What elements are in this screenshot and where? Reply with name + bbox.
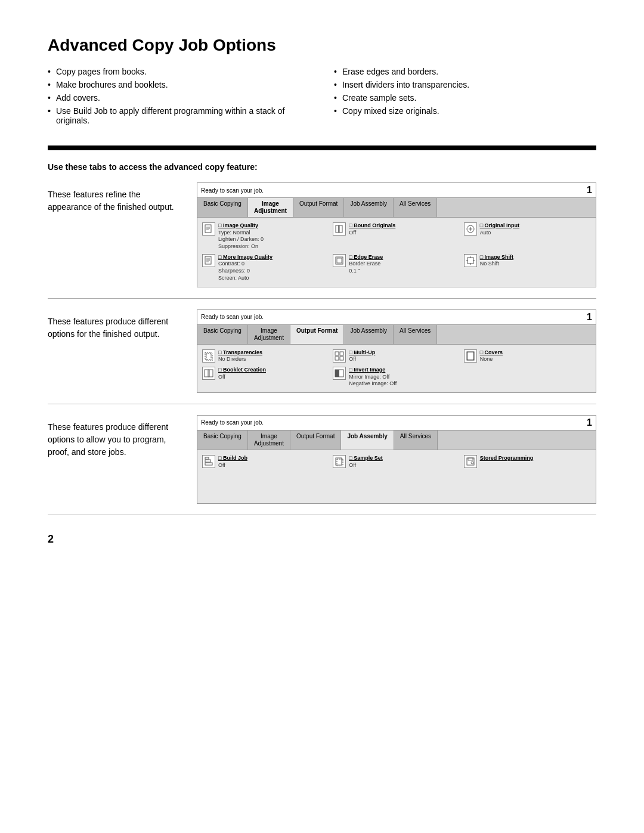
section-heading: Use these tabs to access the advanced co… [48,162,596,172]
feature-build-job: □ Build Job Off [202,455,329,469]
page-number: 2 [48,533,596,546]
panel-status-3: Ready to scan your job. [201,419,264,426]
svg-rect-5 [339,225,342,233]
feature-text-3: These features produce different options… [48,415,179,459]
feature-edge-erase: □ Edge Erase Border Erase0.1 " [333,254,460,282]
panel-tabs-3: Basic Copying ImageAdjustment Output For… [197,431,596,450]
feature-invert-image: □ Invert Image Mirror Image: OffNegative… [333,367,460,388]
build-job-text: □ Build Job Off [218,455,247,469]
svg-rect-24 [335,352,339,355]
feature-bound-originals: □ Bound Originals Off [333,222,460,250]
more-image-quality-icon [202,254,215,267]
tab-all-services-1[interactable]: All Services [394,198,437,217]
svg-rect-36 [205,463,212,465]
booklet-creation-icon [202,367,215,380]
ui-panel-3: Ready to scan your job. 1 Basic Copying … [197,415,596,504]
tab-basic-copying-2[interactable]: Basic Copying [197,325,248,344]
image-quality-text: □ Image Quality Type: NormalLighten / Da… [218,222,264,250]
bullets-section: Copy pages from books. Make brochures an… [48,67,596,129]
page-title: Advanced Copy Job Options [48,36,596,55]
bullet-item: Copy pages from books. [48,67,310,76]
covers-text: □ Covers None [480,349,503,363]
svg-rect-10 [205,256,211,264]
svg-rect-25 [340,352,343,355]
feature-multi-up: □ Multi-Up Off [333,349,460,363]
panel-number-3: 1 [587,417,592,428]
booklet-creation-text: □ Booklet Creation Off [218,367,266,380]
bullets-left: Copy pages from books. Make brochures an… [48,67,310,129]
svg-rect-38 [205,457,209,459]
tab-job-assembly-1[interactable]: Job Assembly [344,198,394,217]
bullet-item: Erase edges and borders. [334,67,596,76]
bound-originals-icon [333,222,346,236]
ui-panel-1: Ready to scan your job. 1 Basic Copying … [197,182,596,287]
svg-rect-37 [205,460,210,462]
more-image-quality-text: □ More Image Quality Contrast: 0Sharpnes… [218,254,273,282]
feature-text-2: These features produce different options… [48,309,179,340]
image-shift-text: □ Image Shift No Shift [480,254,513,268]
feature-sample-set: □ Sample Set Off [333,455,460,469]
panel-status-1: Ready to scan your job. [201,187,264,194]
bullet-item: Add covers. [48,93,310,103]
panel-number-2: 1 [587,312,592,323]
transparencies-icon [202,349,215,363]
panel-tabs-1: Basic Copying ImageAdjustment Output For… [197,198,596,218]
svg-rect-4 [336,225,339,233]
feature-row-2: These features produce different options… [48,309,596,404]
feature-image-quality: □ Image Quality Type: NormalLighten / Da… [202,222,329,250]
svg-rect-16 [337,258,342,263]
svg-rect-29 [467,352,473,360]
tab-basic-copying-1[interactable]: Basic Copying [197,198,248,217]
tab-basic-copying-3[interactable]: Basic Copying [197,431,248,450]
stored-programming-text: Stored Programming [480,455,534,462]
panel-header-1: Ready to scan your job. 1 [197,183,596,198]
bullet-item: Copy mixed size originals. [334,106,596,116]
panel-number-1: 1 [587,185,592,196]
panel-content-3: □ Build Job Off □ Sample Set Off Store [197,450,596,473]
feature-image-shift: □ Image Shift No Shift [464,254,591,282]
tab-image-adjustment-2[interactable]: ImageAdjustment [248,325,290,344]
multi-up-text: □ Multi-Up Off [349,349,375,363]
bullet-item: Make brochures and booklets. [48,80,310,89]
svg-rect-26 [335,357,339,360]
invert-image-icon [333,367,346,380]
feature-stored-programming: Stored Programming [464,455,591,469]
tab-image-adjustment-3[interactable]: ImageAdjustment [248,431,290,450]
feature-row-1: These features refine the appearance of … [48,182,596,299]
bullet-item: • Use Build Job to apply different progr… [48,106,310,125]
stored-programming-icon [464,455,477,468]
invert-image-text: □ Invert Image Mirror Image: OffNegative… [349,367,397,388]
sample-set-text: □ Sample Set Off [349,455,382,469]
bullets-right: Erase edges and borders. Insert dividers… [334,67,596,129]
svg-rect-42 [468,458,473,460]
original-input-text: □ Original Input Auto [480,222,519,236]
feature-transparencies: □ Transparencies No Dividers [202,349,329,363]
covers-icon [464,349,477,363]
ui-panel-2: Ready to scan your job. 1 Basic Copying … [197,309,596,393]
tab-all-services-2[interactable]: All Services [394,325,437,344]
feature-row-3: These features produce different options… [48,415,596,515]
edge-erase-icon [333,254,346,267]
bound-originals-text: □ Bound Originals Off [349,222,395,236]
tab-output-format-1[interactable]: Output Format [293,198,344,217]
svg-rect-17 [467,258,473,264]
svg-rect-35 [335,370,339,377]
tab-all-services-3[interactable]: All Services [394,431,438,450]
tab-image-adjustment-1[interactable]: ImageAdjustment [248,198,293,217]
bullet-item: Create sample sets. [334,93,596,103]
multi-up-icon [333,349,346,363]
tab-output-format-3[interactable]: Output Format [290,431,341,450]
tab-job-assembly-2[interactable]: Job Assembly [344,325,394,344]
tab-job-assembly-3[interactable]: Job Assembly [341,431,394,450]
feature-more-image-quality: □ More Image Quality Contrast: 0Sharpnes… [202,254,329,282]
build-job-icon [202,455,215,468]
svg-rect-31 [209,370,213,377]
tab-output-format-2[interactable]: Output Format [290,325,344,344]
image-shift-icon [464,254,477,267]
panel-tabs-2: Basic Copying ImageAdjustment Output For… [197,325,596,345]
panel-content-1: □ Image Quality Type: NormalLighten / Da… [197,218,596,287]
svg-rect-30 [205,370,208,377]
image-quality-icon [202,222,215,236]
svg-rect-0 [205,225,211,233]
panel-header-3: Ready to scan your job. 1 [197,416,596,431]
